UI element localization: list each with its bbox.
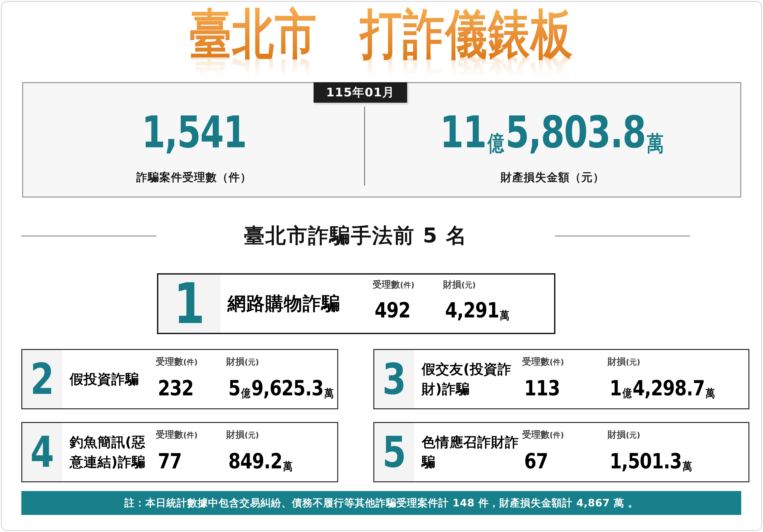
- cases-label: 詐騙案件受理數（件）: [136, 170, 252, 185]
- cases-column-header: 受理數(件): [156, 428, 198, 441]
- loss-column: 財損(元) 1,501.3萬: [607, 423, 748, 482]
- fraud-type-name: 色情應召詐財詐騙: [414, 423, 522, 482]
- rank-number: 1: [174, 276, 205, 332]
- loss-value-num1: 11: [440, 110, 486, 154]
- rank-strip: 4: [22, 423, 62, 482]
- fraud-type-name: 釣魚簡訊(惡意連結)詐騙: [62, 423, 156, 482]
- loss-column-header: 財損(元): [226, 355, 259, 368]
- loss-column: 財損(元) 5億9,625.3萬: [226, 350, 337, 408]
- cases-value: 1,541: [142, 110, 246, 154]
- loss-num1: 1: [609, 378, 621, 399]
- cases-value-wrap: 232: [158, 378, 193, 399]
- rank-strip: 2: [22, 350, 62, 408]
- loss-header-label: 財損: [226, 429, 245, 440]
- rank-strip: 5: [374, 423, 414, 482]
- loss-column: 財損(元) 4,291萬: [443, 275, 554, 333]
- cases-column: 受理數(件) 232: [156, 350, 226, 408]
- ranking-section-header: 臺北市詐騙手法前 5 名: [21, 222, 690, 250]
- loss-unit1: 億: [241, 388, 251, 399]
- dashboard-canvas: 臺北市 打詐儀錶板 臺北市 打詐儀錶板 115年01月 1,541 詐騙案件受理…: [0, 0, 763, 532]
- fraud-type-name: 假投資詐騙: [62, 350, 156, 408]
- loss-column: 財損(元) 849.2萬: [226, 423, 337, 482]
- rank-number: 2: [30, 358, 54, 400]
- cases-column: 受理數(件) 113: [522, 350, 607, 408]
- fraud-rank-card-5: 5 色情應召詐財詐騙 受理數(件) 67 財損(元) 1,501.3萬: [374, 422, 749, 482]
- cases-value: 232: [158, 378, 193, 399]
- loss-value-unit1: 億: [488, 133, 504, 154]
- ranking-section-title: 臺北市詐騙手法前 5 名: [244, 222, 467, 250]
- loss-value-num2: 5,803.8: [505, 110, 646, 154]
- cases-value: 492: [375, 300, 410, 321]
- fraud-rank-card-1: 1 網路購物詐騙 受理數(件) 492 財損(元) 4,291萬: [157, 273, 555, 334]
- loss-unit1: 萬: [500, 310, 509, 321]
- cases-column: 受理數(件) 67: [522, 423, 607, 482]
- cases-value: 113: [524, 378, 560, 399]
- loss-header-label: 財損: [607, 429, 626, 440]
- rank-number: 3: [382, 358, 406, 400]
- cases-value-wrap: 113: [524, 378, 560, 399]
- loss-value-wrap: 849.2萬: [228, 451, 295, 472]
- loss-header-unit: (元): [626, 431, 640, 439]
- cases-header-label: 受理數: [522, 356, 550, 367]
- header-line-left: [21, 235, 157, 236]
- loss-num2: 9,625.3: [252, 378, 323, 399]
- loss-column: 財損(元) 1億4,298.7萬: [607, 350, 748, 408]
- cases-header-unit: (件): [550, 358, 564, 366]
- loss-unit1: 億: [622, 388, 632, 399]
- loss-unit1: 萬: [683, 461, 692, 472]
- loss-unit1: 萬: [283, 461, 292, 472]
- cases-header-unit: (件): [550, 431, 564, 439]
- cases-value: 77: [158, 451, 181, 472]
- cases-header-unit: (件): [183, 358, 198, 366]
- loss-column-header: 財損(元): [443, 278, 476, 291]
- fraud-rank-card-4: 4 釣魚簡訊(惡意連結)詐騙 受理數(件) 77 財損(元) 849.2萬: [21, 422, 338, 482]
- loss-value-wrap: 1億4,298.7萬: [609, 378, 716, 399]
- summary-panel: 115年01月 1,541 詐騙案件受理數（件） 11 億 5,803.8 萬 …: [22, 82, 741, 198]
- stat-loss: 11 億 5,803.8 萬 財產損失金額（元）: [365, 83, 740, 197]
- rank-number: 5: [382, 431, 406, 474]
- loss-num1: 5: [228, 378, 240, 399]
- loss-header-unit: (元): [626, 358, 640, 366]
- footnote-text: 註：本日統計數據中包含交易糾紛、債務不履行等其他詐騙受理案件計 148 件，財產…: [124, 496, 638, 510]
- cases-column: 受理數(件) 492: [373, 275, 443, 333]
- cases-header-unit: (件): [183, 431, 198, 439]
- loss-header-unit: (元): [245, 358, 259, 366]
- fraud-rank-card-2: 2 假投資詐騙 受理數(件) 232 財損(元) 5億9,625.3萬: [21, 349, 338, 409]
- fraud-type-name: 假交友(投資詐財)詐騙: [414, 350, 522, 408]
- cases-column-header: 受理數(件): [522, 355, 564, 368]
- rank-number: 4: [30, 431, 54, 474]
- cases-header-label: 受理數: [373, 279, 400, 290]
- fraud-rank-card-3: 3 假交友(投資詐財)詐騙 受理數(件) 113 財損(元) 1億4,298.7…: [374, 349, 749, 409]
- loss-unit2: 萬: [324, 388, 334, 399]
- loss-header-unit: (元): [245, 431, 259, 439]
- loss-header-label: 財損: [226, 356, 245, 367]
- loss-header-label: 財損: [443, 279, 461, 290]
- loss-num1: 1,501.3: [609, 451, 682, 472]
- header-line-right: [555, 235, 690, 236]
- cases-header-label: 受理數: [156, 429, 183, 440]
- footnote-bar: 註：本日統計數據中包含交易糾紛、債務不履行等其他詐騙受理案件計 148 件，財產…: [21, 491, 741, 515]
- rank-strip: 1: [158, 275, 220, 333]
- cases-column: 受理數(件) 77: [156, 423, 226, 482]
- cases-value-wrap: 492: [375, 300, 410, 321]
- loss-column-header: 財損(元): [226, 428, 259, 441]
- loss-value-wrap: 5億9,625.3萬: [228, 378, 335, 399]
- cases-column-header: 受理數(件): [522, 428, 564, 441]
- cases-column-header: 受理數(件): [373, 278, 414, 291]
- loss-value-wrap: 1,501.3萬: [609, 451, 695, 472]
- cases-header-label: 受理數: [522, 429, 550, 440]
- loss-num1: 849.2: [228, 451, 282, 472]
- cases-value-wrap: 67: [524, 451, 548, 472]
- loss-header-label: 財損: [607, 356, 626, 367]
- loss-column-header: 財損(元): [607, 355, 640, 368]
- loss-header-unit: (元): [461, 281, 476, 289]
- loss-value-unit2: 萬: [647, 133, 664, 154]
- loss-value-wrap: 4,291萬: [445, 300, 512, 321]
- cases-header-label: 受理數: [156, 356, 183, 367]
- cases-header-unit: (件): [400, 281, 414, 289]
- cases-value-wrap: 1,541: [142, 110, 246, 154]
- loss-value-wrap: 11 億 5,803.8 萬: [440, 110, 665, 154]
- loss-column-header: 財損(元): [607, 428, 640, 441]
- cases-column-header: 受理數(件): [156, 355, 198, 368]
- loss-num2: 4,298.7: [633, 378, 705, 399]
